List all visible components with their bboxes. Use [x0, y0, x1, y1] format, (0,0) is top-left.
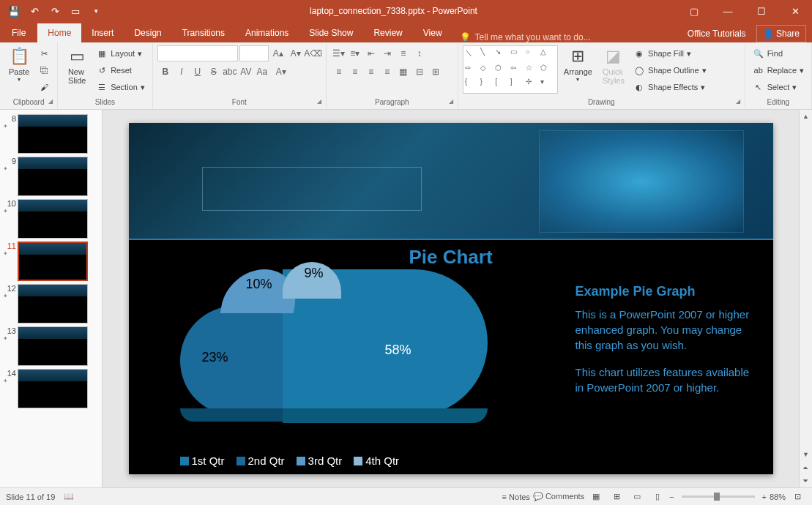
paste-button[interactable]: 📋 Paste▾	[4, 45, 34, 84]
slide-position-label[interactable]: Slide 11 of 19	[6, 493, 55, 501]
slide-side-text[interactable]: Example Pie Graph This is a PowerPoint 2…	[576, 284, 759, 407]
align-center-button[interactable]: ≡	[347, 64, 363, 80]
fit-to-window-icon[interactable]: ⊡	[789, 490, 806, 504]
normal-view-icon[interactable]: ▦	[587, 490, 605, 504]
thumbnail-13[interactable]: 13✦	[0, 325, 102, 367]
scroll-up-icon[interactable]: ▲	[800, 110, 812, 123]
slideshow-view-icon[interactable]: ▯	[649, 490, 666, 504]
decrease-font-icon[interactable]: A▾	[288, 45, 304, 61]
line-spacing-button[interactable]: ≡	[395, 45, 411, 61]
shapes-more-icon[interactable]: ▾	[540, 78, 556, 91]
font-name-combo[interactable]	[157, 45, 238, 61]
prev-slide-icon[interactable]: ⏶	[800, 461, 812, 474]
increase-font-icon[interactable]: A▴	[270, 45, 286, 61]
thumbnail-10[interactable]: 10✦	[0, 198, 102, 240]
shape-rect-icon[interactable]: ▭	[510, 48, 526, 64]
share-button[interactable]: 👤 Share	[756, 25, 806, 42]
columns-button[interactable]: ▦	[395, 64, 411, 80]
next-slide-icon[interactable]: ⏷	[800, 474, 812, 487]
shape-effects-button[interactable]: ◐Shape Effects ▾	[630, 79, 709, 95]
strikethrough-button[interactable]: S	[206, 64, 222, 80]
shape-oval-icon[interactable]: ○	[526, 48, 541, 64]
paragraph-launcher-icon[interactable]: ◢	[449, 98, 453, 105]
notes-button[interactable]: ≡ Notes	[502, 493, 530, 501]
shape-fill-button[interactable]: ◉Shape Fill ▾	[630, 45, 709, 61]
shadow-button[interactable]: abc	[222, 64, 238, 80]
char-spacing-button[interactable]: AV	[238, 64, 254, 80]
maximize-icon[interactable]: ☐	[745, 0, 778, 22]
tab-design[interactable]: Design	[124, 23, 171, 42]
tab-insert[interactable]: Insert	[81, 23, 124, 42]
shape-hex-icon[interactable]: ⬡	[495, 64, 510, 78]
shape-star-icon[interactable]: ☆	[526, 64, 541, 78]
tab-transitions[interactable]: Transitions	[172, 23, 235, 42]
vertical-scrollbar[interactable]: ▲ ▼ ⏶ ⏷	[799, 110, 812, 487]
align-right-button[interactable]: ≡	[363, 64, 379, 80]
tell-me-search[interactable]: 💡 Tell me what you want to do...	[452, 32, 682, 42]
tab-home[interactable]: Home	[37, 23, 81, 42]
zoom-level-label[interactable]: 88%	[770, 493, 786, 501]
minimize-icon[interactable]: —	[711, 0, 745, 22]
scroll-down-icon[interactable]: ▼	[800, 448, 812, 461]
shape-line2-icon[interactable]: ╲	[480, 48, 496, 64]
shape-arrow-icon[interactable]: ⇨	[465, 64, 480, 78]
justify-button[interactable]: ≡	[379, 64, 395, 80]
qat-dropdown-icon[interactable]: ▾	[86, 1, 105, 20]
thumbnail-9[interactable]: 9✦	[0, 155, 102, 198]
pie-chart[interactable]: 58% 23% 10% 9% 1st Qtr 2nd Qtr 3rd Qtr 4…	[151, 269, 546, 467]
comments-button[interactable]: 💬 Comments	[533, 492, 584, 501]
clipboard-launcher-icon[interactable]: ◢	[48, 98, 53, 105]
spellcheck-icon[interactable]: 📖	[64, 492, 74, 501]
sorter-view-icon[interactable]: ⊞	[608, 490, 625, 504]
zoom-in-button[interactable]: +	[762, 493, 767, 501]
zoom-out-button[interactable]: −	[669, 493, 674, 501]
shapes-gallery[interactable]: ＼╲↘▭○△ ⇨◇⬡⇦☆⬠ {}[]✢▾	[463, 45, 558, 94]
slide-thumbnail-panel[interactable]: 8✦ 9✦ 10✦ 11✦ 12✦ 13✦ 14✦	[0, 110, 103, 487]
change-case-button[interactable]: Aa	[254, 64, 270, 80]
tab-animations[interactable]: Animations	[235, 23, 299, 42]
shape-outline-button[interactable]: ◯Shape Outline ▾	[630, 62, 709, 78]
arrange-button[interactable]: ⊞Arrange▾	[559, 45, 597, 84]
ribbon-options-icon[interactable]: ▢	[677, 0, 711, 22]
thumbnail-8[interactable]: 8✦	[0, 113, 102, 155]
thumbnail-11[interactable]: 11✦	[0, 240, 102, 283]
select-button[interactable]: ↖Select ▾	[750, 79, 807, 95]
shape-bracket2-icon[interactable]: ]	[510, 78, 526, 91]
tab-view[interactable]: View	[413, 23, 452, 42]
align-left-button[interactable]: ≡	[331, 64, 347, 80]
shape-line-icon[interactable]: ＼	[465, 48, 480, 64]
clear-format-icon[interactable]: A⌫	[305, 45, 321, 61]
shape-brace2-icon[interactable]: }	[480, 78, 496, 91]
shape-bracket-icon[interactable]: [	[495, 78, 510, 91]
section-button[interactable]: ☰Section ▾	[93, 79, 148, 95]
thumbnail-12[interactable]: 12✦	[0, 283, 102, 325]
tab-slideshow[interactable]: Slide Show	[299, 23, 363, 42]
slide-title-text[interactable]: Pie Chart	[129, 246, 773, 269]
shape-connector-icon[interactable]: ↘	[495, 48, 510, 64]
increase-indent-button[interactable]: ⇥	[379, 45, 395, 61]
italic-button[interactable]: I	[174, 64, 190, 80]
drawing-launcher-icon[interactable]: ◢	[736, 98, 740, 105]
shape-callout-icon[interactable]: ⬠	[540, 64, 556, 78]
cut-button[interactable]: ✂	[35, 45, 53, 61]
format-painter-button[interactable]: 🖌	[35, 79, 53, 95]
slide-canvas[interactable]: Pie Chart 58% 23% 10% 9% 1st Qtr	[129, 123, 773, 474]
numbering-button[interactable]: ≡▾	[347, 45, 363, 61]
smartart-button[interactable]: ⊞	[428, 64, 444, 80]
thumbnail-14[interactable]: 14✦	[0, 367, 102, 410]
zoom-slider[interactable]	[682, 495, 755, 498]
replace-button[interactable]: abReplace ▾	[750, 62, 807, 78]
align-text-button[interactable]: ⊟	[411, 64, 428, 80]
copy-button[interactable]: ⿻	[35, 62, 53, 78]
new-slide-button[interactable]: ▭ New Slide	[62, 45, 92, 86]
redo-icon[interactable]: ↷	[45, 1, 64, 20]
close-icon[interactable]: ✕	[778, 0, 812, 22]
save-icon[interactable]: 💾	[4, 1, 23, 20]
shape-diamond-icon[interactable]: ◇	[480, 64, 496, 78]
bullets-button[interactable]: ☰▾	[331, 45, 347, 61]
tab-file[interactable]: File	[0, 23, 37, 42]
reading-view-icon[interactable]: ▭	[628, 490, 646, 504]
shape-arrow2-icon[interactable]: ⇦	[510, 64, 526, 78]
bold-button[interactable]: B	[157, 64, 174, 80]
layout-button[interactable]: ▦Layout ▾	[93, 45, 148, 61]
